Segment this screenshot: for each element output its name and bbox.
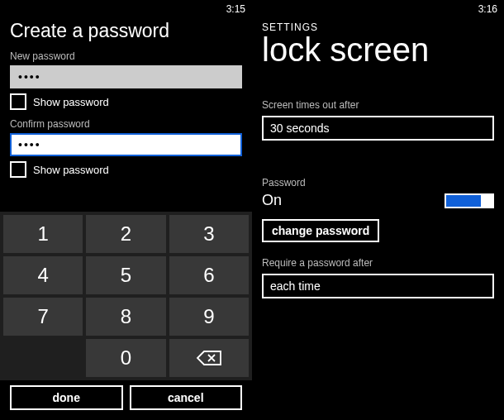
change-password-button[interactable]: change password <box>262 219 379 242</box>
password-value: On <box>262 192 282 209</box>
clock: 3:15 <box>226 3 245 15</box>
key-backspace[interactable] <box>169 339 249 377</box>
action-row: done cancel <box>0 380 252 420</box>
key-blank <box>3 339 83 377</box>
toggle-on-fill <box>446 195 481 207</box>
toggle-thumb-icon <box>481 195 492 207</box>
checkbox-icon[interactable] <box>10 161 26 178</box>
timeout-label: Screen times out after <box>252 99 504 111</box>
create-password-screen: 3:15 Create a password New password ••••… <box>0 0 252 420</box>
status-bar: 3:16 <box>252 0 504 18</box>
password-toggle[interactable] <box>445 193 494 208</box>
confirm-password-input[interactable]: •••• <box>10 133 242 156</box>
done-button[interactable]: done <box>10 385 123 410</box>
timeout-select[interactable]: 30 seconds <box>262 116 494 141</box>
show-confirm-password-row[interactable]: Show password <box>0 161 252 178</box>
clock: 3:16 <box>478 3 497 15</box>
new-password-label: New password <box>0 50 252 62</box>
require-label: Require a password after <box>252 257 504 269</box>
lock-screen-settings: 3:16 SETTINGS lock screen Screen times o… <box>252 0 504 420</box>
key-4[interactable]: 4 <box>3 256 83 294</box>
checkbox-icon[interactable] <box>10 93 26 110</box>
password-label: Password <box>252 177 504 189</box>
require-select[interactable]: each time <box>262 274 494 298</box>
key-2[interactable]: 2 <box>86 215 165 253</box>
numeric-keypad: 1 2 3 4 5 6 7 8 9 0 <box>0 212 252 380</box>
show-confirm-password-label: Show password <box>33 164 109 176</box>
show-new-password-row[interactable]: Show password <box>0 93 252 110</box>
key-9[interactable]: 9 <box>169 298 249 336</box>
backspace-icon <box>196 350 222 366</box>
confirm-password-value: •••• <box>18 138 41 151</box>
page-title: lock screen <box>262 33 494 66</box>
timeout-value: 30 seconds <box>270 122 330 135</box>
numeric-keypad-area: 1 2 3 4 5 6 7 8 9 0 done cancel <box>0 212 252 420</box>
key-6[interactable]: 6 <box>169 256 249 294</box>
status-bar: 3:15 <box>0 0 252 18</box>
key-3[interactable]: 3 <box>169 215 249 253</box>
show-new-password-label: Show password <box>33 96 109 108</box>
page-title: Create a password <box>10 20 242 42</box>
new-password-value: •••• <box>18 70 41 84</box>
key-5[interactable]: 5 <box>86 256 165 294</box>
key-0[interactable]: 0 <box>86 339 165 377</box>
new-password-input[interactable]: •••• <box>10 65 242 88</box>
confirm-password-label: Confirm password <box>0 118 252 130</box>
password-toggle-row: On <box>252 192 504 209</box>
key-7[interactable]: 7 <box>3 298 83 336</box>
key-8[interactable]: 8 <box>86 298 165 336</box>
require-value: each time <box>270 279 321 293</box>
key-1[interactable]: 1 <box>3 215 83 253</box>
cancel-button[interactable]: cancel <box>130 385 243 410</box>
